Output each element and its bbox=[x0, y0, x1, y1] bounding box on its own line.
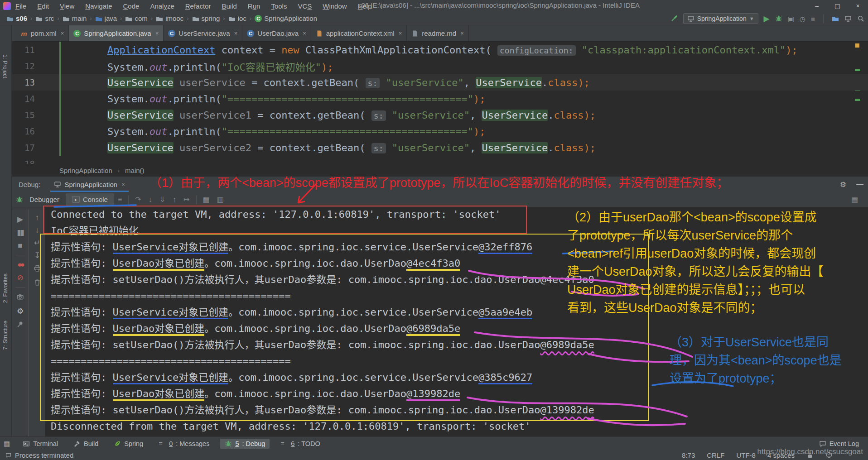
breadcrumb-item-src[interactable]: src bbox=[35, 14, 54, 22]
code-line-16[interactable]: 16System.out.println("==================… bbox=[12, 123, 868, 139]
menu-item-file[interactable]: File bbox=[15, 2, 26, 10]
breadcrumb-method[interactable]: main() bbox=[125, 167, 145, 174]
code-line-13[interactable]: 13UserService userService = context.getB… bbox=[12, 74, 868, 91]
sidebar-item-project[interactable]: 1: Project bbox=[2, 54, 8, 78]
pin-button[interactable] bbox=[16, 321, 24, 330]
pause-button[interactable]: ▮▮ bbox=[17, 229, 24, 236]
tool-button-spring[interactable]: Spring bbox=[109, 439, 148, 449]
breadcrumb-item-s06[interactable]: s06 bbox=[6, 14, 27, 22]
breadcrumb-item-springapplication[interactable]: CSpringApplication bbox=[255, 14, 317, 22]
tab-userservice-java[interactable]: CUserService.java× bbox=[164, 25, 242, 41]
step-out-icon[interactable]: ↑ bbox=[169, 196, 180, 204]
menu-item-build[interactable]: Build bbox=[222, 2, 236, 10]
settings-button[interactable]: ⚙ bbox=[17, 307, 24, 315]
menu-item-refactor[interactable]: Refactor bbox=[185, 2, 211, 10]
restore-layout-icon[interactable]: ▦ bbox=[199, 195, 213, 204]
breadcrumb-item-main[interactable]: main bbox=[63, 14, 87, 22]
console-output[interactable] bbox=[45, 207, 868, 436]
scroll-to-end-button[interactable]: ↧ bbox=[34, 252, 40, 259]
code-line-12[interactable]: 12System.out.println("IoC容器已被初始化"); bbox=[12, 58, 868, 74]
settings-icon[interactable]: ⚙ bbox=[840, 180, 846, 189]
menu-item-vcs[interactable]: VCS bbox=[298, 2, 312, 10]
project-structure-button[interactable] bbox=[832, 15, 839, 22]
run-config-select[interactable]: SpringApplication ▼ bbox=[683, 13, 758, 24]
view-breakpoints-button[interactable]: ●● bbox=[17, 261, 23, 268]
lock-icon[interactable] bbox=[806, 451, 814, 459]
tab-userdao-java[interactable]: CUserDao.java× bbox=[242, 25, 311, 41]
tab-applicationcontext-xml[interactable]: applicationContext.xml× bbox=[311, 25, 407, 41]
sidebar-item-structure[interactable]: 7: Structure bbox=[2, 321, 9, 350]
tab-pom-xml[interactable]: mpom.xml× bbox=[16, 25, 69, 41]
breadcrumb-item-com[interactable]: com bbox=[125, 14, 147, 22]
tab-console[interactable]: ▸ Console bbox=[66, 193, 114, 206]
close-icon[interactable]: × bbox=[399, 30, 402, 37]
hide-icon[interactable]: — bbox=[856, 180, 863, 189]
close-icon[interactable]: × bbox=[121, 181, 125, 188]
tool-window-toggle-icon[interactable]: ▦ bbox=[4, 440, 10, 448]
clear-console-button[interactable] bbox=[34, 278, 41, 288]
show-execution-point-icon[interactable]: ↷ bbox=[131, 195, 145, 204]
event-log-button[interactable]: Event Log bbox=[819, 440, 859, 447]
breadcrumb-item-ioc[interactable]: ioc bbox=[228, 14, 246, 22]
minimize-icon[interactable]: – bbox=[807, 0, 827, 12]
tool-button-build[interactable]: Build bbox=[69, 439, 103, 449]
close-icon[interactable]: × bbox=[234, 30, 238, 37]
code-editor[interactable]: 11ApplicationContext context = new Class… bbox=[12, 42, 868, 164]
code-line-15[interactable]: 15UserService userService1 = context.get… bbox=[12, 107, 868, 123]
layout-settings-icon[interactable]: ▤ bbox=[848, 195, 862, 204]
menu-item-tools[interactable]: Tools bbox=[271, 2, 287, 10]
stop-button[interactable]: ■ bbox=[811, 15, 815, 22]
code-line-17[interactable]: 17UserService userService2 = context.get… bbox=[12, 139, 868, 156]
coverage-button[interactable]: ▣ bbox=[788, 15, 794, 22]
breadcrumb-class[interactable]: SpringApplication bbox=[59, 167, 112, 174]
search-everywhere-button[interactable] bbox=[857, 15, 864, 22]
close-icon[interactable]: × bbox=[61, 30, 64, 37]
menu-item-code[interactable]: Code bbox=[123, 2, 140, 10]
maximize-icon[interactable]: ▢ bbox=[827, 0, 848, 12]
scroll-up-button[interactable]: ↑ bbox=[35, 214, 39, 221]
menu-item-view[interactable]: View bbox=[60, 2, 74, 10]
close-icon[interactable]: × bbox=[848, 0, 868, 12]
stop-button[interactable]: ■ bbox=[18, 242, 22, 249]
tool-button-terminal[interactable]: Terminal bbox=[18, 439, 63, 449]
caret-position[interactable]: 8:73 bbox=[682, 451, 695, 459]
menu-icon[interactable]: ≡ bbox=[114, 196, 125, 204]
tab-debugger[interactable]: Debugger bbox=[23, 193, 66, 206]
step-into-icon[interactable]: ⇓ bbox=[156, 195, 169, 204]
code-line-11[interactable]: 11ApplicationContext context = new Class… bbox=[12, 42, 868, 58]
code-line-14[interactable]: 14System.out.println("==================… bbox=[12, 91, 868, 107]
breadcrumb-item-java[interactable]: java bbox=[95, 14, 117, 22]
scroll-down-button[interactable]: ↓ bbox=[35, 226, 39, 234]
step-over-icon[interactable]: ↓ bbox=[145, 196, 156, 204]
menu-item-analyze[interactable]: Analyze bbox=[150, 2, 174, 10]
print-button[interactable] bbox=[34, 264, 41, 273]
line-separator[interactable]: CRLF bbox=[707, 451, 724, 459]
sidebar-item-favorites[interactable]: 2: Favorites bbox=[2, 273, 9, 303]
indent-style[interactable]: 4 spaces bbox=[767, 451, 795, 459]
tool-button-todo[interactable]: ≡6: TODO bbox=[276, 439, 325, 449]
debug-session-tab[interactable]: SpringApplication × bbox=[50, 177, 128, 192]
close-icon[interactable]: × bbox=[303, 30, 306, 37]
restore-layout-button[interactable] bbox=[844, 15, 852, 22]
run-button[interactable]: ▶ bbox=[764, 15, 770, 23]
file-encoding[interactable]: UTF-8 bbox=[736, 451, 756, 459]
breadcrumb-item-imooc[interactable]: imooc bbox=[156, 14, 183, 22]
menu-item-navigate[interactable]: Navigate bbox=[85, 2, 112, 10]
close-icon[interactable]: × bbox=[460, 30, 464, 37]
build-icon[interactable] bbox=[670, 15, 678, 22]
mute-breakpoints-button[interactable]: ⊘ bbox=[17, 274, 23, 282]
debug-button[interactable] bbox=[775, 15, 782, 22]
menu-item-edit[interactable]: Edit bbox=[37, 2, 49, 10]
tab-readme-md[interactable]: readme.md× bbox=[407, 25, 468, 41]
tab-springapplication-java[interactable]: CSpringApplication.java× bbox=[69, 25, 164, 41]
resume-button[interactable]: ▶ bbox=[17, 216, 23, 223]
tool-button-debug[interactable]: 5: Debug bbox=[220, 439, 270, 449]
profiler-button[interactable]: ◷ bbox=[800, 15, 805, 22]
tool-button-messages[interactable]: ≡0: Messages bbox=[154, 439, 214, 449]
close-icon[interactable]: × bbox=[155, 30, 159, 37]
breadcrumb-item-spring[interactable]: spring bbox=[192, 14, 220, 22]
menu-item-run[interactable]: Run bbox=[248, 2, 260, 10]
code-line-18[interactable]: 18 bbox=[12, 156, 868, 164]
screenshot-button[interactable] bbox=[16, 293, 24, 302]
menu-item-window[interactable]: Window bbox=[323, 2, 347, 10]
